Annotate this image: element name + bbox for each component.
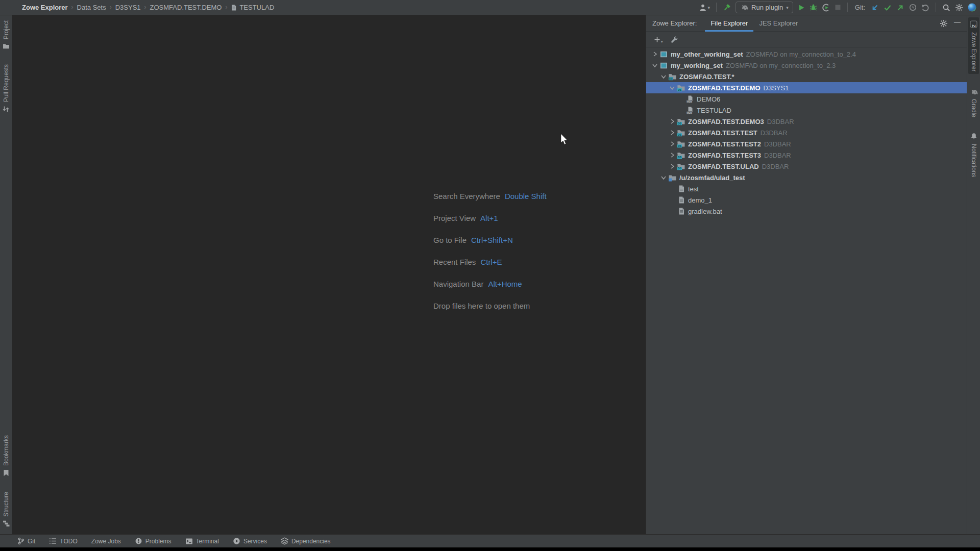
ide-updates-button[interactable]	[968, 3, 976, 12]
statusbar-button-services[interactable]: Services	[233, 537, 267, 545]
tool-stripe-button-zowe-explorer[interactable]: ZZowe Explorer	[968, 17, 979, 74]
tool-stripe-button-project[interactable]: Project	[3, 20, 10, 49]
tree-item-label: ZOSMFAD.TEST.TEST3	[688, 152, 761, 159]
project-folder-icon	[3, 43, 10, 49]
tree-row[interactable]: DSZOSMFAD.TEST.DEMO3D3DBAR	[646, 116, 967, 127]
tool-stripe-button-gradle[interactable]: Gradle	[970, 89, 978, 117]
git-commit-button[interactable]	[884, 4, 892, 12]
chevron-down-icon[interactable]	[659, 73, 668, 80]
shortcut-keys: Alt+1	[480, 214, 498, 222]
tree-row[interactable]: DSZOSMFAD.TEST.TEST2D3DBAR	[646, 138, 967, 149]
breadcrumb-item[interactable]: TESTULAD	[231, 4, 274, 11]
editor-area[interactable]: Search EverywhereDouble ShiftProject Vie…	[12, 15, 646, 534]
tree-item-label: demo_1	[688, 196, 712, 204]
tree-row[interactable]: DSZOSMFAD.TEST.TESTD3DBAR	[646, 127, 967, 138]
build-project-button[interactable]	[723, 4, 731, 12]
statusbar-button-zowe-jobs[interactable]: Zowe Jobs	[91, 538, 121, 545]
tree-item-label: TESTULAD	[697, 107, 731, 114]
svg-text:MEM: MEM	[687, 101, 692, 103]
tree-row[interactable]: gradlew.bat	[646, 206, 967, 217]
search-everywhere-button[interactable]	[942, 4, 950, 12]
tree-item-suffix: D3DBAR	[764, 140, 791, 148]
shortcut-row: Search EverywhereDouble Shift	[433, 185, 547, 207]
doc-small-icon	[231, 4, 237, 11]
rollback-button[interactable]	[921, 4, 929, 12]
profiler-button[interactable]	[822, 4, 830, 12]
breadcrumb-item-label: Zowe Explorer	[22, 4, 68, 11]
chevron-right-icon[interactable]	[668, 140, 676, 147]
history-button[interactable]	[909, 4, 917, 11]
pull-request-icon	[3, 106, 9, 113]
chevron-down-icon[interactable]	[668, 84, 676, 91]
settings-button[interactable]	[955, 4, 963, 12]
breadcrumb-separator: ›	[71, 4, 74, 11]
gradle-elephant-icon	[740, 5, 748, 11]
tool-stripe-button-pull-requests[interactable]: Pull Requests	[3, 64, 10, 113]
tree-row[interactable]: test	[646, 183, 967, 194]
tree-row[interactable]: DSZOSMFAD.TEST.DEMOD3SYS1	[646, 82, 967, 93]
breadcrumb-item[interactable]: ZOSMFAD.TEST.DEMO	[150, 4, 222, 11]
tree-row[interactable]: MEMDEMO6	[646, 93, 967, 105]
tree-item-label: gradlew.bat	[688, 208, 722, 215]
problems-icon	[135, 537, 142, 545]
debug-button[interactable]	[810, 4, 817, 11]
tree-item-label: /u/zosmfad/ulad_test	[679, 174, 745, 182]
uss-doc-icon	[676, 196, 686, 204]
breadcrumb-separator: ›	[110, 4, 112, 11]
svg-text:DS: DS	[678, 88, 682, 91]
tree-row[interactable]: DSZOSMFAD.TEST.*	[646, 71, 967, 82]
breadcrumb-item-label: Data Sets	[77, 4, 106, 11]
shortcut-keys: Ctrl+E	[480, 258, 502, 266]
chevron-down-icon[interactable]	[659, 174, 668, 181]
gradle-elephant-icon	[970, 89, 978, 95]
tree-row[interactable]: demo_1	[646, 194, 967, 206]
tree-row[interactable]: DSZOSMFAD.TEST.ULADD3DBAR	[646, 161, 967, 172]
panel-header: Zowe Explorer: File ExplorerJES Explorer…	[646, 15, 967, 32]
statusbar-button-dependencies[interactable]: Dependencies	[281, 537, 331, 545]
shortcut-action-label: Navigation Bar	[433, 280, 483, 288]
chevron-right-icon[interactable]	[668, 129, 676, 136]
chevron-right-icon[interactable]	[650, 51, 659, 58]
bug-icon	[810, 4, 817, 11]
statusbar-button-terminal[interactable]: Terminal	[185, 538, 219, 545]
chevron-right-icon[interactable]	[668, 118, 676, 125]
tree-row[interactable]: DSZOSMFAD.TEST.TEST3D3DBAR	[646, 149, 967, 161]
tree-item-suffix: D3SYS1	[764, 84, 789, 92]
git-update-button[interactable]	[871, 4, 879, 12]
toolbar-separator	[716, 3, 717, 12]
run-button[interactable]	[798, 4, 805, 11]
tree-toolbar: ▾	[646, 32, 967, 47]
user-menu-button[interactable]: ▾	[699, 4, 710, 12]
pull-icon	[871, 4, 879, 12]
git-push-button[interactable]	[896, 4, 904, 12]
breadcrumb-item[interactable]: Data Sets	[77, 4, 106, 11]
tree-row[interactable]: /u/zosmfad/ulad_test	[646, 172, 967, 183]
tree-row[interactable]: MEMTESTULAD	[646, 105, 967, 116]
chevron-right-icon[interactable]	[668, 163, 676, 170]
add-working-set-button[interactable]: ▾	[654, 36, 663, 43]
run-configuration-select[interactable]: Run plugin ▾	[736, 2, 793, 13]
minimize-panel-button[interactable]: —	[954, 19, 961, 26]
panel-settings-button[interactable]	[940, 19, 948, 28]
tool-stripe-label: Bookmarks	[3, 435, 10, 466]
shortcut-row: Go to FileCtrl+Shift+N	[433, 229, 547, 251]
breadcrumb-item[interactable]: Zowe Explorer	[22, 4, 68, 11]
tool-stripe-button-notifications[interactable]: Notifications	[970, 133, 977, 177]
statusbar-button-git[interactable]: Git	[17, 537, 35, 545]
tool-stripe-button-structure[interactable]: Structure	[3, 492, 10, 527]
statusbar-button-todo[interactable]: TODO	[49, 538, 77, 545]
tree-item-label: test	[688, 185, 699, 193]
tree-row[interactable]: my_working_setZOSMFAD on my_connection_t…	[646, 60, 967, 71]
statusbar-button-problems[interactable]: Problems	[135, 537, 172, 545]
chevron-down-icon[interactable]	[650, 62, 659, 69]
tool-stripe-button-bookmarks[interactable]: Bookmarks	[3, 435, 10, 477]
tree-row[interactable]: my_other_working_setZOSMFAD on my_connec…	[646, 48, 967, 60]
plus-icon	[654, 36, 660, 43]
tool-stripe-label: Project	[3, 20, 10, 39]
breadcrumb-item[interactable]: D3SYS1	[115, 4, 141, 11]
chevron-right-icon[interactable]	[668, 152, 676, 159]
edit-working-set-button[interactable]	[671, 36, 678, 43]
tab-file-explorer[interactable]: File Explorer	[705, 15, 753, 32]
search-icon	[942, 4, 950, 12]
tab-jes-explorer[interactable]: JES Explorer	[753, 15, 803, 32]
